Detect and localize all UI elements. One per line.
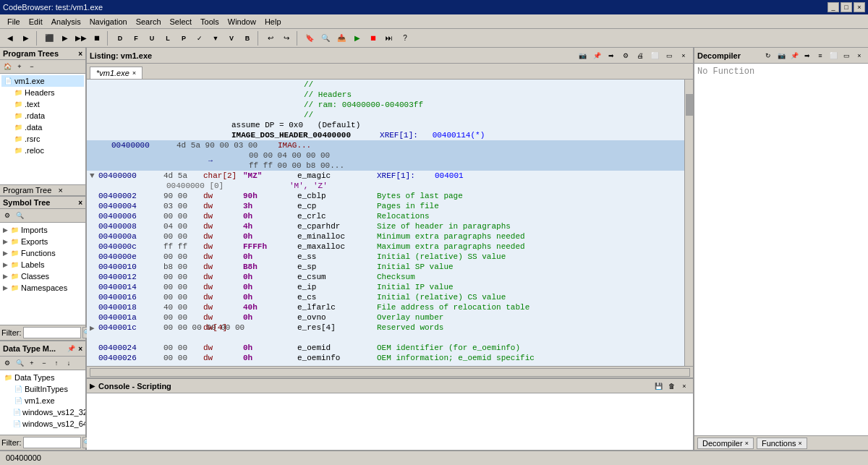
dt-btn6[interactable]: ↓	[63, 357, 75, 369]
console-body[interactable]	[87, 393, 693, 450]
decompiler-hsplit-btn[interactable]: ⬜	[827, 50, 839, 61]
close-button[interactable]: ×	[854, 2, 865, 12]
toolbar-v[interactable]: V	[224, 31, 239, 46]
decompiler-snap-btn[interactable]: 📷	[775, 50, 787, 61]
program-trees-close[interactable]: ×	[78, 50, 82, 58]
decompiler-tab-decompiler[interactable]: Decompiler ×	[697, 438, 754, 449]
row-e-cs[interactable]: 00400016 00 00 dw 0h e_cs Initial (relat…	[87, 292, 693, 302]
dt-item-builtins[interactable]: 📄 BuiltInTypes	[1, 383, 84, 395]
e-res-expand[interactable]: ▶	[90, 323, 98, 333]
toolbar-btn2[interactable]: ▶	[58, 31, 72, 46]
dt-item-vm1[interactable]: 📄 vm1.exe	[1, 395, 84, 406]
listing-line-bytes2[interactable]: 00 00 04 00 00 00	[87, 150, 693, 161]
menu-tools[interactable]: Tools	[196, 16, 224, 27]
pt-home-btn[interactable]: 🏠	[1, 61, 13, 72]
toolbar-help[interactable]: ?	[398, 31, 412, 46]
row-e-csum[interactable]: 00400012 00 00 dw 0h e_csum Checksum	[87, 272, 693, 282]
decompiler-vsplit-btn[interactable]: ▭	[841, 50, 852, 61]
console-close-btn[interactable]: ×	[678, 380, 690, 392]
toolbar-search[interactable]: 🔍	[318, 31, 333, 46]
row-e-oeminfo[interactable]: 00400026 00 00 dw 0h e_oeminfo OEM infor…	[87, 353, 693, 363]
st-btn1[interactable]: ⚙	[1, 210, 13, 221]
exports-collapse[interactable]: ▶	[3, 238, 8, 245]
row-e-cp[interactable]: 00400004 03 00 dw 3h e_cp Pages in file	[87, 201, 693, 211]
decompiler-more-btn[interactable]: ≡	[814, 50, 826, 61]
row-e-sp[interactable]: 00400010 b8 00 dw B8h e_sp Initial SP va…	[87, 262, 693, 272]
row-e-crlc[interactable]: 00400006 00 00 dw 0h e_crlc Relocations	[87, 211, 693, 221]
st-btn2[interactable]: 🔍	[14, 210, 25, 221]
toolbar-xref[interactable]: ✓	[192, 31, 207, 46]
toolbar-disasm[interactable]: D	[113, 31, 127, 46]
tree-item-labels[interactable]: ▶ 📁 Labels	[1, 259, 84, 270]
tree-item-exports[interactable]: ▶ 📁 Exports	[1, 236, 84, 247]
menu-window[interactable]: Window	[224, 16, 260, 27]
minimize-button[interactable]: _	[827, 2, 839, 12]
toolbar-forward[interactable]: ▶	[19, 31, 33, 46]
scrollbar-thumb[interactable]	[686, 94, 693, 116]
listing-print-btn[interactable]: 🖨	[634, 49, 647, 62]
listing-horiz-scroll[interactable]	[90, 368, 690, 377]
menu-analysis[interactable]: Analysis	[47, 16, 85, 27]
row-e-ss[interactable]: 0040000e 00 00 dw 0h e_ss Initial (relat…	[87, 252, 693, 262]
toolbar-func[interactable]: F	[129, 31, 143, 46]
row-e-res[interactable]: ▶ 0040001c 00 00 00 00 00 00 dw[4] e_res…	[87, 323, 693, 333]
menu-select[interactable]: Select	[166, 16, 197, 27]
namespaces-collapse[interactable]: ▶	[3, 284, 8, 291]
imports-collapse[interactable]: ▶	[3, 226, 8, 234]
dt-btn5[interactable]: ↑	[51, 357, 62, 369]
decompiler-tab-decompiler-close[interactable]: ×	[745, 440, 749, 447]
toolbar-undo[interactable]: ↩	[263, 31, 278, 46]
decompiler-pin-btn[interactable]: 📌	[788, 50, 800, 61]
toolbar-ptr[interactable]: P	[176, 31, 191, 46]
listing-sync-btn[interactable]: ⚙	[619, 49, 632, 62]
pt-del-btn[interactable]: −	[26, 61, 38, 72]
tree-item-rsrc[interactable]: 📁 .rsrc	[1, 133, 84, 145]
toolbar-stop[interactable]: ⏹	[366, 31, 380, 46]
dt-item-vs32[interactable]: 📄 windows_vs12_32	[1, 406, 84, 418]
toolbar-btn3[interactable]: ▶▶	[74, 31, 88, 46]
tree-item-reloc[interactable]: 📁 .reloc	[1, 145, 84, 156]
row-e-ip[interactable]: 00400014 00 00 dw 0h e_ip Initial IP val…	[87, 282, 693, 292]
menu-help[interactable]: Help	[260, 16, 286, 27]
dt-item-datatypes[interactable]: 📁 Data Types	[1, 372, 84, 383]
listing-line-bytes3[interactable]: ff ff 00 00 b8 00...	[87, 161, 693, 171]
toolbar-b[interactable]: B	[240, 31, 255, 46]
decompiler-nav-btn[interactable]: ➡	[801, 50, 813, 61]
listing-tab-vm1exe[interactable]: *vm1.exe ×	[90, 67, 142, 79]
data-type-close[interactable]: ×	[78, 345, 82, 353]
dt-btn2[interactable]: 🔍	[14, 357, 25, 369]
tree-item-text[interactable]: 📁 .text	[1, 98, 84, 110]
decompiler-close-btn[interactable]: ×	[854, 50, 865, 61]
dt-pin-btn[interactable]: 📌	[65, 343, 77, 354]
menu-file[interactable]: File	[3, 16, 25, 27]
listing-nav-btn[interactable]: ➡	[605, 49, 618, 62]
listing-pin-btn[interactable]: 📌	[590, 49, 603, 62]
menu-search[interactable]: Search	[132, 16, 166, 27]
classes-collapse[interactable]: ▶	[3, 273, 8, 280]
menu-navigation[interactable]: Navigation	[85, 16, 132, 27]
console-clear-btn[interactable]: 🗑	[665, 380, 677, 392]
decompiler-tab-functions[interactable]: Functions ×	[757, 438, 807, 449]
tree-item-rdata[interactable]: 📁 .rdata	[1, 110, 84, 121]
row-e-oemid[interactable]: 00400024 00 00 dw 0h e_oemid OEM identif…	[87, 343, 693, 353]
toolbar-import[interactable]: 📥	[334, 31, 349, 46]
toolbar-label[interactable]: L	[161, 31, 175, 46]
toolbar-btn1[interactable]: ⬛	[42, 31, 56, 46]
toolbar-back[interactable]: ◀	[3, 31, 17, 46]
listing-close-btn[interactable]: ×	[677, 49, 690, 62]
listing-line-bytes1[interactable]: 00400000 4d 5a 90 00 03 00 IMAG...	[87, 140, 693, 150]
row-e-cblp[interactable]: 00400002 90 00 dw 90h e_cblp Bytes of la…	[87, 191, 693, 201]
dt-btn4[interactable]: −	[38, 357, 50, 369]
listing-tab-close[interactable]: ×	[132, 69, 136, 77]
listing-hsplit-btn[interactable]: ⬜	[648, 49, 661, 62]
symbol-tree-close[interactable]: ×	[78, 199, 82, 207]
listing-vsplit-btn[interactable]: ▭	[663, 49, 676, 62]
listing-scrollbar[interactable]	[684, 80, 693, 366]
tree-item-functions[interactable]: ▶ 📁 Functions	[1, 247, 84, 259]
toolbar-yref[interactable]: ▼	[208, 31, 223, 46]
listing-snap-btn[interactable]: 📷	[576, 49, 589, 62]
labels-collapse[interactable]: ▶	[3, 261, 8, 268]
row-e-cparhdr[interactable]: 00400008 04 00 dw 4h e_cparhdr Size of h…	[87, 221, 693, 231]
toolbar-undef[interactable]: U	[145, 31, 159, 46]
dt-btn1[interactable]: ⚙	[1, 357, 13, 369]
